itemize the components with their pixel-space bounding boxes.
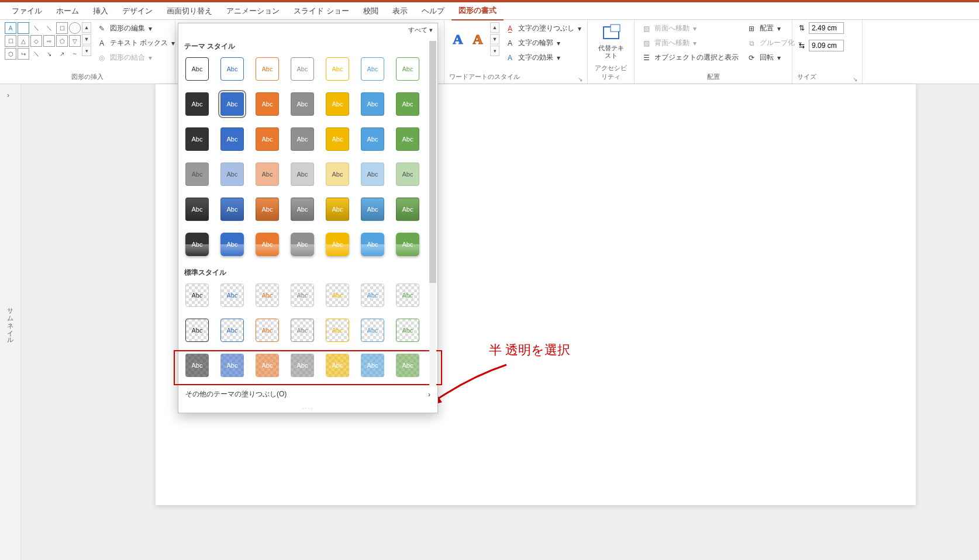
preset-style-swatch[interactable]: Abc — [326, 354, 349, 377]
wordart-down[interactable]: ▼ — [490, 34, 499, 44]
theme-style-swatch[interactable]: Abc — [326, 57, 349, 81]
text-fill-button[interactable]: A̲文字の塗りつぶし▾ — [503, 22, 584, 34]
gallery-down[interactable]: ▼ — [82, 34, 91, 44]
theme-style-swatch[interactable]: Abc — [256, 57, 279, 81]
theme-style-swatch[interactable]: Abc — [220, 92, 244, 116]
preset-style-swatch[interactable]: Abc — [185, 284, 209, 307]
tab-slideshow[interactable]: スライド ショー — [287, 2, 356, 20]
preset-style-swatch[interactable]: Abc — [291, 354, 314, 377]
preset-style-swatch[interactable]: Abc — [220, 284, 244, 307]
theme-style-swatch[interactable]: Abc — [220, 163, 244, 186]
theme-style-swatch[interactable]: Abc — [185, 127, 209, 151]
theme-style-swatch[interactable]: Abc — [185, 163, 209, 186]
theme-style-swatch[interactable]: Abc — [256, 92, 279, 116]
theme-style-swatch[interactable]: Abc — [361, 198, 384, 221]
preset-style-swatch[interactable]: Abc — [256, 284, 279, 307]
edit-shape-button[interactable]: ✎ 図形の編集▾ — [95, 22, 177, 34]
tab-shape-format[interactable]: 図形の書式 — [451, 2, 504, 20]
theme-style-swatch[interactable]: Abc — [291, 198, 314, 221]
theme-style-swatch[interactable]: Abc — [220, 127, 244, 151]
preset-style-swatch[interactable]: Abc — [185, 319, 209, 342]
theme-style-swatch[interactable]: Abc — [396, 233, 419, 256]
gallery-filter-dropdown[interactable]: すべて ▾ — [408, 26, 433, 34]
theme-style-swatch[interactable]: Abc — [291, 127, 314, 151]
theme-style-swatch[interactable]: Abc — [326, 92, 349, 116]
shapes-gallery[interactable]: A ＼ ＼ ☐ ☐ △ ◇ ⇨ ⬠ ▽ ⬡ ↪ ＼ ↘ ↗ — [5, 22, 81, 60]
size-dialog-launcher[interactable]: ↘ — [853, 76, 857, 82]
preset-style-swatch[interactable]: Abc — [361, 354, 384, 377]
tab-animations[interactable]: アニメーション — [219, 2, 287, 20]
alt-text-button[interactable]: 代替テキスト — [592, 22, 629, 61]
gallery-up[interactable]: ▲ — [82, 22, 91, 33]
preset-style-swatch[interactable]: Abc — [326, 319, 349, 342]
theme-style-swatch[interactable]: Abc — [361, 127, 384, 151]
theme-style-swatch[interactable]: Abc — [326, 198, 349, 221]
expand-thumbnails-icon[interactable]: › — [7, 91, 9, 99]
selection-pane-button[interactable]: ☰オブジェクトの選択と表示 — [639, 51, 741, 64]
theme-style-swatch[interactable]: Abc — [326, 233, 349, 256]
tab-insert[interactable]: 挿入 — [86, 2, 115, 20]
theme-style-swatch[interactable]: Abc — [220, 198, 244, 221]
theme-style-swatch[interactable]: Abc — [396, 198, 419, 221]
tab-view[interactable]: 表示 — [385, 2, 415, 20]
popup-resize-grip[interactable]: ···· — [178, 404, 437, 413]
theme-style-swatch[interactable]: Abc — [291, 233, 314, 256]
theme-style-swatch[interactable]: Abc — [396, 57, 419, 81]
theme-style-swatch[interactable]: Abc — [291, 57, 314, 81]
text-effects-button[interactable]: A文字の効果▾ — [503, 51, 584, 64]
tab-file[interactable]: ファイル — [5, 2, 49, 20]
theme-style-swatch[interactable]: Abc — [220, 57, 244, 81]
thumbnail-rail[interactable]: › サムネイル — [0, 84, 21, 560]
theme-style-swatch[interactable]: Abc — [361, 92, 384, 116]
preset-style-swatch[interactable]: Abc — [256, 354, 279, 377]
tab-design[interactable]: デザイン — [115, 2, 160, 20]
preset-style-swatch[interactable]: Abc — [291, 319, 314, 342]
preset-style-swatch[interactable]: Abc — [326, 284, 349, 307]
preset-style-swatch[interactable]: Abc — [361, 284, 384, 307]
tab-home[interactable]: ホーム — [49, 2, 86, 20]
tab-review[interactable]: 校閲 — [356, 2, 385, 20]
wordart-up[interactable]: ▲ — [490, 22, 499, 33]
text-outline-button[interactable]: A文字の輪郭▾ — [503, 37, 584, 49]
theme-style-swatch[interactable]: Abc — [361, 57, 384, 81]
preset-style-swatch[interactable]: Abc — [256, 319, 279, 342]
height-input[interactable] — [809, 22, 844, 34]
wordart-more[interactable]: ▾ — [490, 46, 499, 56]
theme-style-swatch[interactable]: Abc — [396, 163, 419, 186]
theme-style-swatch[interactable]: Abc — [185, 198, 209, 221]
preset-style-swatch[interactable]: Abc — [396, 354, 419, 377]
tab-transitions[interactable]: 画面切り替え — [160, 2, 219, 20]
width-input[interactable] — [809, 40, 844, 51]
popup-scrollbar[interactable] — [429, 41, 436, 387]
theme-style-swatch[interactable]: Abc — [185, 233, 209, 256]
theme-style-swatch[interactable]: Abc — [220, 233, 244, 256]
other-fills-button[interactable]: その他のテーマの塗りつぶし(O) › — [178, 384, 437, 404]
text-box-button[interactable]: A テキスト ボックス▾ — [95, 37, 177, 49]
tab-help[interactable]: ヘルプ — [415, 2, 451, 20]
preset-style-swatch[interactable]: Abc — [361, 319, 384, 342]
theme-style-swatch[interactable]: Abc — [326, 127, 349, 151]
wordart-dialog-launcher[interactable]: ↘ — [578, 76, 582, 82]
wordart-sample-1[interactable]: A — [449, 30, 467, 48]
theme-style-swatch[interactable]: Abc — [291, 92, 314, 116]
preset-style-swatch[interactable]: Abc — [220, 319, 244, 342]
theme-style-swatch[interactable]: Abc — [396, 127, 419, 151]
theme-style-swatch[interactable]: Abc — [185, 57, 209, 81]
theme-style-swatch[interactable]: Abc — [256, 163, 279, 186]
theme-style-swatch[interactable]: Abc — [256, 233, 279, 256]
preset-style-swatch[interactable]: Abc — [396, 284, 419, 307]
theme-style-swatch[interactable]: Abc — [185, 92, 209, 116]
theme-style-swatch[interactable]: Abc — [326, 163, 349, 186]
preset-style-swatch[interactable]: Abc — [396, 319, 419, 342]
preset-style-swatch[interactable]: Abc — [185, 354, 209, 377]
theme-style-swatch[interactable]: Abc — [361, 163, 384, 186]
theme-style-swatch[interactable]: Abc — [256, 127, 279, 151]
theme-style-swatch[interactable]: Abc — [396, 92, 419, 116]
wordart-sample-2[interactable]: A — [469, 30, 487, 48]
preset-style-swatch[interactable]: Abc — [291, 284, 314, 307]
theme-style-swatch[interactable]: Abc — [291, 163, 314, 186]
theme-style-swatch[interactable]: Abc — [361, 233, 384, 256]
gallery-more[interactable]: ▾ — [82, 46, 91, 56]
preset-style-swatch[interactable]: Abc — [220, 354, 244, 377]
theme-style-swatch[interactable]: Abc — [256, 198, 279, 221]
